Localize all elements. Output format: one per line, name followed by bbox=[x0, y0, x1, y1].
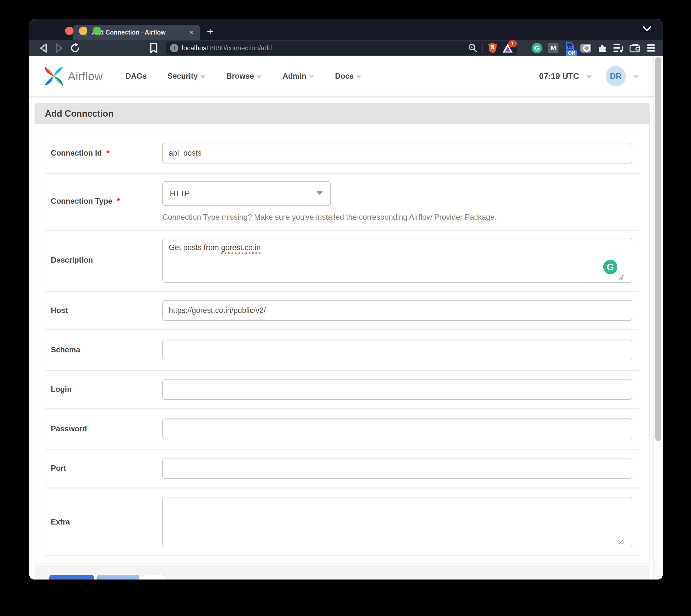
grammarly-badge-icon[interactable]: G bbox=[603, 260, 617, 274]
form-row-password: Password bbox=[45, 410, 639, 448]
nav-item-label: Docs bbox=[335, 72, 354, 81]
field-label-connection-type: Connection Type * bbox=[45, 197, 162, 206]
host-input[interactable] bbox=[162, 300, 632, 321]
back-icon[interactable] bbox=[37, 42, 50, 54]
tab-search-chevron-icon[interactable] bbox=[642, 26, 652, 32]
misspelled-text: gorest.co.in bbox=[221, 243, 260, 254]
field-label-extra: Extra bbox=[45, 518, 162, 527]
field-control-area bbox=[162, 497, 639, 547]
field-label-connection-id: Connection Id * bbox=[45, 149, 162, 158]
page-scrollbar bbox=[653, 56, 663, 579]
resize-handle-icon[interactable] bbox=[617, 538, 624, 545]
bookmark-icon[interactable] bbox=[147, 42, 161, 54]
test-button[interactable]: Test bbox=[97, 575, 139, 579]
clock-label[interactable]: 07:19 UTC bbox=[539, 71, 579, 81]
tab-title: Add Connection - Airflow bbox=[92, 29, 183, 36]
grammarly-extension-icon[interactable]: G bbox=[531, 43, 542, 53]
required-asterisk: * bbox=[115, 197, 120, 205]
connection-type-select[interactable]: HTTP bbox=[162, 181, 331, 206]
port-input[interactable] bbox=[162, 458, 632, 479]
field-control-area: HTTPConnection Type missing? Make sure y… bbox=[162, 174, 639, 228]
back-button[interactable] bbox=[143, 575, 165, 579]
brand-name: Airflow bbox=[68, 69, 103, 83]
chevron-down-icon bbox=[256, 75, 262, 79]
panel-header: Add Connection bbox=[35, 103, 650, 124]
password-input[interactable] bbox=[162, 418, 632, 439]
zoom-window-button[interactable] bbox=[93, 27, 101, 35]
wallet-icon[interactable] bbox=[629, 43, 640, 53]
chevron-down-icon bbox=[200, 75, 206, 79]
scrollbar-thumb[interactable] bbox=[655, 57, 661, 441]
url-bar[interactable]: ! localhost:8080/connection/add bbox=[166, 41, 517, 55]
forward-icon[interactable] bbox=[52, 42, 66, 54]
minimize-window-button[interactable] bbox=[79, 27, 87, 35]
rewards-badge: 1 bbox=[508, 40, 517, 47]
nav-item-label: Browse bbox=[226, 72, 254, 81]
browser-toolbar: ! localhost:8080/connection/add bbox=[29, 40, 663, 56]
connection-id-input[interactable] bbox=[162, 143, 632, 163]
url-host: localhost bbox=[182, 44, 208, 52]
mail-extension-icon[interactable]: M bbox=[548, 43, 559, 53]
brave-shields-icon[interactable] bbox=[487, 42, 498, 54]
save-button[interactable]: Save bbox=[49, 575, 94, 579]
tab-close-icon[interactable]: × bbox=[187, 28, 195, 36]
nav-item-dags[interactable]: DAGs bbox=[126, 72, 147, 81]
nav-item-docs[interactable]: Docs bbox=[335, 72, 361, 81]
login-input[interactable] bbox=[162, 379, 632, 400]
playlist-icon[interactable] bbox=[613, 43, 624, 53]
extra-textarea[interactable] bbox=[162, 497, 632, 547]
page-title: Add Connection bbox=[45, 109, 113, 119]
form-rows: Connection Id *Connection Type *HTTPConn… bbox=[45, 134, 639, 555]
extension-off-badge: Off bbox=[566, 50, 577, 57]
divider bbox=[482, 44, 483, 52]
panel-body: Connection Id *Connection Type *HTTPConn… bbox=[35, 124, 650, 564]
extensions-puzzle-icon[interactable] bbox=[597, 43, 608, 53]
user-chevron-down-icon[interactable] bbox=[633, 75, 639, 79]
screenshot-extension-icon[interactable] bbox=[581, 43, 591, 53]
tab-strip: Add Connection - Airflow × + bbox=[29, 19, 663, 40]
field-label-host: Host bbox=[45, 306, 162, 315]
url-text: localhost:8080/connection/add bbox=[182, 44, 464, 52]
form-row-schema: Schema bbox=[45, 331, 639, 369]
avatar[interactable]: DR bbox=[606, 66, 626, 86]
schema-input[interactable] bbox=[162, 339, 632, 360]
field-label-password: Password bbox=[45, 424, 162, 433]
chevron-down-icon bbox=[309, 75, 314, 79]
form-row-connection-id: Connection Id * bbox=[45, 134, 639, 172]
nav-item-browse[interactable]: Browse bbox=[226, 72, 262, 81]
description-textarea[interactable]: Get posts from gorest.co.inG bbox=[162, 238, 632, 283]
airflow-brand[interactable]: Airflow bbox=[43, 66, 103, 87]
field-label-login: Login bbox=[45, 385, 162, 394]
form-row-connection-type: Connection Type *HTTPConnection Type mis… bbox=[45, 173, 639, 229]
menu-icon[interactable] bbox=[646, 43, 656, 53]
field-label-description: Description bbox=[45, 256, 162, 265]
airflow-header: Airflow DAGsSecurityBrowseAdminDocs 07:1… bbox=[29, 56, 663, 96]
add-connection-panel: Add Connection Connection Id *Connection… bbox=[35, 103, 650, 564]
nav-item-admin[interactable]: Admin bbox=[282, 72, 314, 81]
form-row-description: DescriptionGet posts from gorest.co.inG bbox=[45, 230, 639, 290]
reload-icon[interactable] bbox=[68, 42, 82, 54]
nav-item-label: Security bbox=[168, 72, 198, 81]
field-control-area bbox=[162, 339, 639, 360]
airflow-logo-icon bbox=[43, 66, 64, 87]
site-info-icon[interactable]: ! bbox=[170, 44, 179, 52]
resize-handle-icon[interactable] bbox=[617, 273, 624, 280]
close-window-button[interactable] bbox=[65, 27, 74, 35]
field-control-area bbox=[162, 458, 639, 479]
nav-item-label: DAGs bbox=[126, 72, 147, 81]
form-row-login: Login bbox=[45, 370, 639, 409]
browser-window: Add Connection - Airflow × + ! localhost… bbox=[29, 19, 663, 579]
zoom-page-icon[interactable] bbox=[468, 43, 478, 53]
selected-value: HTTP bbox=[170, 189, 190, 198]
extension-icons: G M 123 Off bbox=[531, 43, 656, 53]
svg-text:123: 123 bbox=[566, 45, 573, 49]
connection-type-helper-text: Connection Type missing? Make sure you'v… bbox=[162, 213, 632, 222]
clock-chevron-down-icon[interactable] bbox=[586, 75, 592, 79]
nav-item-security[interactable]: Security bbox=[168, 72, 206, 81]
nav-item-label: Admin bbox=[282, 72, 306, 81]
new-tab-icon[interactable]: + bbox=[207, 25, 213, 38]
brave-rewards-icon[interactable]: 1 bbox=[502, 43, 513, 53]
counter-extension-icon[interactable]: 123 Off bbox=[564, 43, 575, 53]
url-path: :8080/connection/add bbox=[208, 44, 272, 52]
field-label-schema: Schema bbox=[45, 346, 162, 354]
